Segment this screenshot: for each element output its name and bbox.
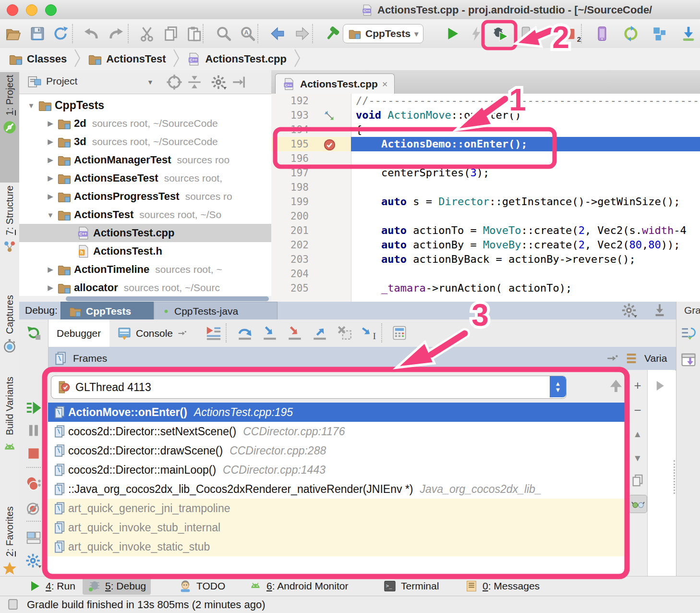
gutter-line-200[interactable]: 200 xyxy=(271,209,351,223)
breakpoints2-button[interactable] xyxy=(25,475,42,492)
thread-selector[interactable]: GLThread 4113 ▲▼ xyxy=(51,376,567,399)
code-text[interactable] xyxy=(351,151,700,166)
tool-window-button-debug[interactable]: 5: Debug xyxy=(83,577,151,595)
debug-session-tab-cpptests[interactable]: CppTests xyxy=(60,302,169,320)
debug-session-tab-cpptests-java[interactable]: CppTests-java xyxy=(154,302,278,320)
hammer-button[interactable] xyxy=(323,25,342,42)
tool-window-button-run[interactable]: 4: Run xyxy=(23,577,80,595)
stack-frame[interactable]: cocos2d::Director::mainLoop()CCDirector.… xyxy=(48,460,627,479)
copy-stack-button[interactable] xyxy=(629,472,646,489)
stop-button[interactable] xyxy=(25,445,42,462)
run-to-cursor-button[interactable]: I xyxy=(359,324,378,342)
gutter-line-204[interactable]: 204 xyxy=(271,267,351,281)
tree-item-actionstest[interactable]: ▼ActionsTestsources root, ~/So xyxy=(19,206,271,224)
gutter-line-203[interactable]: 203 xyxy=(271,252,351,267)
code-text[interactable] xyxy=(351,209,700,223)
diff-marker-icon[interactable] xyxy=(323,110,335,121)
debugrun-button[interactable] xyxy=(491,25,510,42)
scroll-to-source-icon[interactable] xyxy=(166,74,183,90)
replace-button[interactable]: A xyxy=(238,25,257,42)
code-text[interactable]: auto s = Director::getInstance()->getWin… xyxy=(351,195,700,209)
gutter-line-195[interactable]: 195 xyxy=(271,137,351,151)
tree-item-actionstest-h[interactable]: hActionsTest.h xyxy=(19,242,271,260)
execution-line[interactable]: ActionsDemo::onEnter(); xyxy=(351,137,700,151)
hide-panel-icon[interactable] xyxy=(230,74,248,90)
gutter-line-194[interactable]: 194 xyxy=(271,123,351,137)
tree-item-3d[interactable]: ▶3dsources root, ~/SourceCode xyxy=(19,133,271,151)
variables-menu-icon[interactable] xyxy=(625,351,640,366)
run-button[interactable] xyxy=(443,25,462,42)
zoom-window-button[interactable] xyxy=(45,4,57,16)
tree-item-actionstest-cpp[interactable]: C++ActionsTest.cpp xyxy=(19,224,271,242)
close-window-button[interactable] xyxy=(7,4,18,16)
tree-item-actionsprogresstest[interactable]: ▶ActionsProgressTestsources ro xyxy=(19,187,271,206)
save-button[interactable] xyxy=(28,25,47,42)
sidebar-item-captures[interactable]: Captures xyxy=(0,292,19,361)
run-configuration-selector[interactable]: CppTests▾ xyxy=(343,24,423,43)
avd-button[interactable] xyxy=(592,25,612,42)
stack-frame[interactable]: ::Java_org_cocos2dx_lib_Cocos2dxRenderer… xyxy=(48,479,627,499)
gutter-line-201[interactable]: 201 xyxy=(271,223,351,238)
breakpoint-icon[interactable] xyxy=(323,138,336,151)
chevron-down-icon[interactable]: ▼ xyxy=(25,101,37,110)
paste-button[interactable] xyxy=(184,25,204,42)
pin-panel-icon[interactable] xyxy=(651,302,668,319)
tab-debugger[interactable]: Debugger xyxy=(48,319,109,347)
redo-button[interactable] xyxy=(107,25,126,42)
copy-button[interactable] xyxy=(161,25,181,42)
previous-frame-icon[interactable] xyxy=(607,378,625,395)
stack-frame[interactable]: cocos2d::Director::setNextScene()CCDirec… xyxy=(48,422,627,441)
drop-frame-button[interactable] xyxy=(335,324,354,342)
collapse-all-icon[interactable] xyxy=(186,74,203,90)
undo-button[interactable] xyxy=(82,25,101,42)
project-settings-gear-icon[interactable] xyxy=(210,74,227,90)
gutter-line-198[interactable]: 198 xyxy=(271,180,351,195)
minimize-window-button[interactable] xyxy=(26,4,37,16)
chevron-down-icon[interactable]: ▼ xyxy=(142,74,159,90)
gutter-line-197[interactable]: 197 xyxy=(271,166,351,180)
stack-frame[interactable]: cocos2d::Director::drawScene()CCDirector… xyxy=(48,441,627,460)
export-frames-icon[interactable] xyxy=(606,352,618,365)
forward-button[interactable] xyxy=(293,25,312,42)
project-hscrollbar-thumb[interactable] xyxy=(66,296,269,301)
show-watches-button[interactable] xyxy=(629,495,647,513)
sync-button[interactable] xyxy=(51,25,70,42)
sidebar-item-structure[interactable]: 7: Structure xyxy=(0,183,19,293)
code-text[interactable]: centerSprites(3); xyxy=(351,166,700,180)
chevron-down-icon[interactable]: ▼ xyxy=(44,211,57,219)
gutter-line-196[interactable]: 196 xyxy=(271,151,351,166)
step-into-button[interactable] xyxy=(260,324,279,342)
code-text[interactable]: _tamara->runAction( actionTo); xyxy=(351,281,700,295)
step-over-button[interactable] xyxy=(235,324,254,342)
breadcrumb-item-actionstest-cpp[interactable]: C++ActionsTest.cpp xyxy=(187,52,287,66)
gutter-line-199[interactable]: 199 xyxy=(271,195,351,209)
code-text[interactable]: //--------------------------------------… xyxy=(351,94,700,108)
chevron-right-icon[interactable]: ▶ xyxy=(44,156,57,164)
tree-item-cpptests[interactable]: ▼CppTests xyxy=(19,96,271,114)
cut-button[interactable] xyxy=(137,25,157,42)
sidebar-item-project[interactable]: 1: Project xyxy=(0,72,19,183)
apply-button[interactable] xyxy=(467,25,486,42)
rerun-icon[interactable] xyxy=(25,324,42,342)
tool-window-button-android-monitor[interactable]: 6: Android Monitor xyxy=(244,577,353,595)
breadcrumb-item-classes[interactable]: Classes xyxy=(9,52,67,66)
gradle-sync-icon[interactable] xyxy=(680,326,696,341)
stack-frame[interactable]: art_quick_invoke_static_stub xyxy=(48,537,627,556)
find-button[interactable] xyxy=(214,25,233,42)
move-frame-up-button[interactable]: ▲ xyxy=(629,426,646,443)
breadcrumb-item-actionstest[interactable]: ActionsTest xyxy=(88,52,166,66)
remove-watch-button[interactable]: − xyxy=(629,402,646,419)
chevron-right-icon[interactable]: ▶ xyxy=(44,192,57,201)
sidebar-item-build-variants[interactable]: Build Variants xyxy=(0,374,19,503)
code-text[interactable]: { xyxy=(351,123,700,137)
code-text[interactable] xyxy=(351,180,700,195)
sdk-button[interactable] xyxy=(679,25,698,42)
stack-frame[interactable]: art_quick_generic_jni_trampoline xyxy=(48,499,627,518)
chevron-right-icon[interactable]: ▶ xyxy=(44,119,57,128)
pause-button[interactable] xyxy=(25,422,42,439)
code-text[interactable] xyxy=(351,267,700,281)
gradlesync-button[interactable] xyxy=(621,25,640,42)
stack-frame[interactable]: ActionMove::onEnter()ActionsTest.cpp:195 xyxy=(48,403,627,422)
tree-item-allocator[interactable]: ▶allocatorsources root, ~/Sourc xyxy=(19,279,271,297)
tree-item-actionmanagertest[interactable]: ▶ActionManagerTestsources roo xyxy=(19,151,271,169)
